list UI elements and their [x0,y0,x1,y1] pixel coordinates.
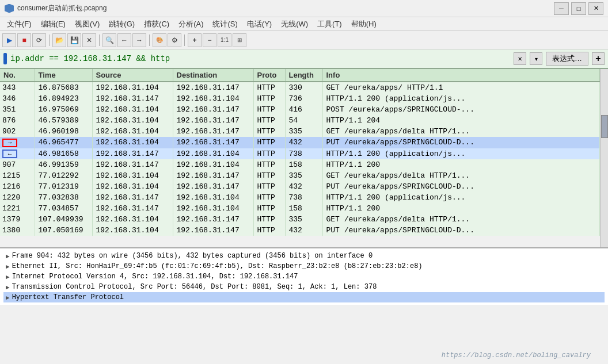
cell-time: 46.579389 [35,115,92,126]
table-row[interactable]: 1379107.049939192.168.31.104192.168.31.1… [0,214,600,225]
minimize-button[interactable]: ─ [554,2,569,15]
cell-no: 1220 [0,192,35,203]
cell-time: 77.012319 [35,181,92,192]
cell-no: 1380 [0,225,35,236]
toolbar-back[interactable]: ← [117,33,131,47]
toolbar-color[interactable]: 🎨 [153,33,166,47]
toolbar: ▶ ■ ⟳ 📂 💾 ✕ 🔍 ← → 🎨 ⚙ + − 1:1 ⊞ [0,31,608,49]
toolbar-prefs[interactable]: ⚙ [168,33,181,47]
filterbar: ✕ ▾ 表达式… + [0,49,608,69]
detail-item[interactable]: ▶Hypertext Transfer Protocol [3,292,605,302]
cell-time: 77.034857 [35,203,92,214]
cell-time: 46.960198 [35,126,92,137]
menu-capture[interactable]: 捕获(C) [139,18,174,30]
detail-item-text: Transmission Control Protocol, Src Port:… [12,283,377,291]
menu-wireless[interactable]: 无线(W) [276,18,313,30]
table-row[interactable]: 121577.012292192.168.31.104192.168.31.14… [0,170,600,181]
expression-button[interactable]: 表达式… [546,52,588,66]
table-row[interactable]: 122177.034857192.168.31.147192.168.31.10… [0,203,600,214]
toolbar-resize[interactable]: ⊞ [233,33,246,47]
cell-source: 192.168.31.147 [92,159,173,170]
cell-proto: HTTP [253,137,285,148]
filter-clear-button[interactable]: ✕ [514,52,526,65]
table-row[interactable]: 87646.579389192.168.31.104192.168.31.147… [0,115,600,126]
filter-input[interactable] [10,52,510,66]
table-row[interactable]: 34616.894923192.168.31.147192.168.31.104… [0,93,600,104]
col-header-proto: Proto [253,69,285,82]
cell-no: 1216 [0,181,35,192]
toolbar-restart[interactable]: ⟳ [32,33,46,47]
cell-proto: HTTP [253,181,285,192]
cell-no: 907 [0,159,35,170]
packet-table: No. Time Source Destination Proto Length… [0,69,600,236]
menu-edit[interactable]: 编辑(E) [36,18,70,30]
toolbar-search[interactable]: 🔍 [102,33,116,47]
table-row[interactable]: ←46.981658192.168.31.147192.168.31.104HT… [0,148,600,160]
cell-info: HTTP/1.1 200 (application/js... [322,148,600,160]
detail-expand-arrow: ▶ [6,294,10,301]
detail-item[interactable]: ▶Transmission Control Protocol, Src Port… [3,282,605,292]
table-row[interactable]: 1380107.050169192.168.31.104192.168.31.1… [0,225,600,236]
toolbar-zoom-in[interactable]: + [188,33,202,47]
table-row[interactable]: 90746.991359192.168.31.147192.168.31.104… [0,159,600,170]
detail-panel: ▶Frame 904: 432 bytes on wire (3456 bits… [0,247,608,305]
cell-destination: 192.168.31.104 [173,159,253,170]
cell-destination: 192.168.31.147 [173,214,253,225]
filter-dropdown-button[interactable]: ▾ [530,52,542,65]
cell-length: 158 [285,159,322,170]
table-row[interactable]: 122077.032838192.168.31.147192.168.31.10… [0,192,600,203]
menu-jump[interactable]: 跳转(G) [104,18,139,30]
cell-info: GET /eureka/apps/delta HTTP/1... [322,126,600,137]
detail-item[interactable]: ▶Internet Protocol Version 4, Src: 192.1… [3,271,605,282]
cell-info: HTTP/1.1 200 [322,159,600,170]
toolbar-stop[interactable]: ■ [17,33,31,47]
cell-destination: 192.168.31.104 [173,192,253,203]
add-filter-button[interactable]: + [592,52,605,65]
cell-source: 192.168.31.147 [92,148,173,160]
cell-source: 192.168.31.147 [92,192,173,203]
maximize-button[interactable]: □ [571,2,586,15]
cell-length: 432 [285,137,322,148]
cell-length: 738 [285,192,322,203]
table-header-row: No. Time Source Destination Proto Length… [0,69,600,82]
detail-item[interactable]: ▶Frame 904: 432 bytes on wire (3456 bits… [3,251,605,261]
cell-source: 192.168.31.104 [92,137,173,148]
table-row[interactable]: 35116.975069192.168.31.104192.168.31.147… [0,104,600,115]
menu-stats[interactable]: 统计(S) [208,18,242,30]
detail-expand-arrow: ▶ [6,283,10,291]
cell-info: HTTP/1.1 200 (application/js... [322,192,600,203]
titlebar: consumer启动前抓包.pcapng ─ □ ✕ [0,0,608,17]
cell-info: GET /eureka/apps/delta HTTP/1... [322,214,600,225]
table-row[interactable]: 121677.012319192.168.31.104192.168.31.14… [0,181,600,192]
detail-item[interactable]: ▶Ethernet II, Src: HonHaiPr_69:4f:b5 (fc… [3,261,605,271]
menu-phone[interactable]: 电话(Y) [242,18,276,30]
detail-item-text: Internet Protocol Version 4, Src: 192.16… [12,273,298,281]
menu-file[interactable]: 文件(F) [2,18,36,30]
cell-length: 416 [285,104,322,115]
toolbar-forward[interactable]: → [132,33,146,47]
cell-proto: HTTP [253,203,285,214]
table-row[interactable]: 34316.875683192.168.31.104192.168.31.147… [0,82,600,93]
cell-time: 46.981658 [35,148,92,160]
close-button[interactable]: ✕ [588,2,603,15]
menu-analyze[interactable]: 分析(A) [174,18,208,30]
table-row[interactable]: →46.965477192.168.31.104192.168.31.147HT… [0,137,600,148]
toolbar-save[interactable]: 💾 [67,33,81,47]
table-row[interactable]: 90246.960198192.168.31.104192.168.31.147… [0,126,600,137]
menu-help[interactable]: 帮助(H) [347,18,381,30]
window-controls: ─ □ ✕ [554,2,603,15]
toolbar-open[interactable]: 📂 [52,33,66,47]
toolbar-zoom-reset[interactable]: 1:1 [218,33,231,47]
toolbar-zoom-out[interactable]: − [203,33,216,47]
toolbar-close[interactable]: ✕ [82,33,96,47]
detail-items-container: ▶Frame 904: 432 bytes on wire (3456 bits… [3,251,605,302]
scrollbar-track[interactable] [600,69,608,247]
scrollbar-thumb[interactable] [601,115,608,138]
cell-proto: HTTP [253,225,285,236]
cell-length: 158 [285,203,322,214]
menu-tools[interactable]: 工具(T) [313,18,347,30]
toolbar-start[interactable]: ▶ [2,33,16,47]
cell-proto: HTTP [253,192,285,203]
cell-length: 335 [285,170,322,181]
menu-view[interactable]: 视图(V) [70,18,104,30]
